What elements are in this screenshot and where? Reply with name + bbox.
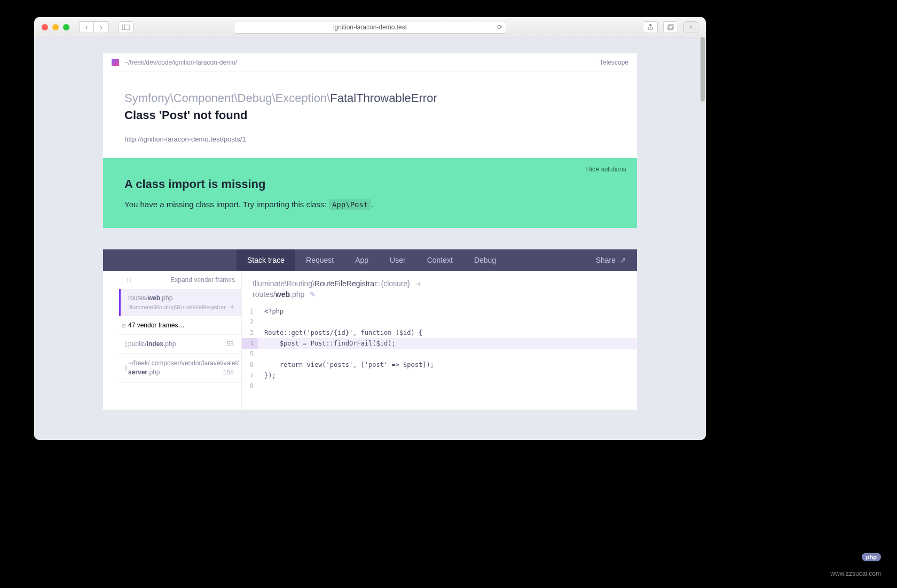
- maximize-icon[interactable]: [63, 24, 69, 30]
- frame-item[interactable]: ~/freek/.composer/vendor/laravel/valet/s…: [119, 354, 241, 383]
- edit-icon[interactable]: ✎: [310, 290, 316, 299]
- share-button[interactable]: [643, 21, 658, 33]
- code-file-path: routes/web.php ✎: [242, 288, 637, 306]
- tab-app[interactable]: App: [344, 249, 379, 271]
- line-text: return view('posts', ['post' => $post]);: [258, 359, 637, 370]
- line-number: 2: [242, 317, 258, 327]
- code-line: 3Route::get('posts/{id}', function ($id)…: [242, 327, 637, 338]
- share-icon: ↗: [620, 256, 626, 264]
- line-text: Route::get('posts/{id}', function ($id) …: [258, 327, 637, 338]
- share-button[interactable]: Share ↗: [585, 256, 637, 264]
- vendor-frames-collapsed[interactable]: 47 vendor frames…: [119, 316, 241, 335]
- line-number: 8: [242, 381, 258, 391]
- new-tab-button[interactable]: +: [683, 21, 698, 33]
- php-badge: php: [862, 553, 881, 561]
- telescope-link[interactable]: Telescope: [600, 59, 628, 66]
- browser-window: ‹ › ignition-laracon-demo.test ⟳ + ~/fre…: [34, 17, 706, 440]
- line-text: [258, 317, 637, 327]
- toolbar-right: +: [643, 21, 698, 33]
- line-text: $post = Post::findOrFail($id);: [258, 338, 637, 349]
- code-line: 4 $post = Post::findOrFail($id);: [242, 338, 637, 349]
- viewport: ~/freek/dev/code/ignition-laracon-demo/ …: [34, 37, 706, 440]
- sort-arrows-icon[interactable]: ↑↓: [125, 276, 132, 284]
- code-line: 7});: [242, 370, 637, 381]
- line-number: 7: [242, 370, 258, 381]
- solution-text: You have a missing class import. Try imp…: [124, 200, 616, 209]
- ignition-logo-icon: [112, 59, 119, 66]
- project-path: ~/freek/dev/code/ignition-laracon-demo/: [124, 59, 237, 66]
- expand-vendor-link[interactable]: Expand vendor frames: [170, 276, 235, 284]
- forward-button[interactable]: ›: [94, 21, 109, 33]
- code-line: 1<?php: [242, 306, 637, 317]
- line-text: [258, 349, 637, 359]
- line-number: 3: [242, 327, 258, 338]
- close-icon[interactable]: [42, 24, 48, 30]
- tab-bar: Stack traceRequestAppUserContextDebugSha…: [103, 249, 637, 271]
- exception-namespace: Symfony\Component\Debug\Exception\FatalT…: [124, 91, 616, 105]
- solution-panel: Hide solutions A class import is missing…: [103, 158, 637, 228]
- code-class-header: Illuminate\Routing\RouteFileRegistrar::{…: [242, 279, 637, 288]
- scrollbar-thumb[interactable]: [701, 37, 705, 101]
- scrollbar[interactable]: [699, 37, 705, 440]
- watermark: www.zzsucai.com: [830, 570, 881, 577]
- line-text: });: [258, 370, 637, 381]
- frame-item[interactable]: routes/web.phpIlluminate\Routing\RouteFi…: [119, 289, 241, 316]
- minimize-icon[interactable]: [52, 24, 59, 30]
- line-number: 6: [242, 359, 258, 370]
- error-message: Class 'Post' not found: [124, 108, 616, 122]
- tab-user[interactable]: User: [379, 249, 416, 271]
- tabs-button[interactable]: [663, 21, 678, 33]
- request-url: http://ignition-laracon-demo.test/posts/…: [124, 135, 616, 143]
- svg-rect-2: [668, 26, 672, 30]
- line-text: <?php: [258, 306, 637, 317]
- code-line: 6 return view('posts', ['post' => $post]…: [242, 359, 637, 370]
- address-bar[interactable]: ignition-laracon-demo.test ⟳: [234, 21, 506, 34]
- line-number: 4: [242, 338, 258, 349]
- tab-request[interactable]: Request: [295, 249, 344, 271]
- solution-title: A class import is missing: [124, 177, 616, 191]
- svg-rect-3: [669, 25, 673, 29]
- card-header: ~/freek/dev/code/ignition-laracon-demo/ …: [103, 53, 637, 72]
- window-controls: [42, 24, 69, 30]
- code-line: 5: [242, 349, 637, 359]
- titlebar: ‹ › ignition-laracon-demo.test ⟳ +: [34, 17, 706, 37]
- solution-code: App\Post: [329, 199, 371, 210]
- code-block: 1<?php23Route::get('posts/{id}', functio…: [242, 306, 637, 391]
- frames-header: ↑↓ Expand vendor frames: [119, 271, 241, 289]
- hide-solutions-link[interactable]: Hide solutions: [586, 166, 626, 173]
- frames-list: ↑↓ Expand vendor frames 50routes/web.php…: [103, 271, 242, 410]
- line-text: [258, 381, 637, 391]
- nav-buttons: ‹ ›: [79, 21, 109, 33]
- frame-item[interactable]: public/index.php:55: [119, 335, 241, 354]
- error-card: ~/freek/dev/code/ignition-laracon-demo/ …: [103, 53, 637, 158]
- code-line: 2: [242, 317, 637, 327]
- address-text: ignition-laracon-demo.test: [333, 23, 407, 31]
- back-button[interactable]: ‹: [79, 21, 94, 33]
- code-viewer: Illuminate\Routing\RouteFileRegistrar::{…: [242, 271, 637, 410]
- error-body: Symfony\Component\Debug\Exception\FatalT…: [103, 72, 637, 158]
- sidebar-toggle-icon[interactable]: [119, 21, 133, 33]
- code-line: 8: [242, 381, 637, 391]
- line-number: 5: [242, 349, 258, 359]
- reload-icon[interactable]: ⟳: [497, 23, 502, 31]
- tab-context[interactable]: Context: [416, 249, 463, 271]
- tab-stack-trace[interactable]: Stack trace: [237, 249, 295, 271]
- stack-trace-panel: ↑↓ Expand vendor frames 50routes/web.php…: [103, 271, 637, 410]
- line-number: 1: [242, 306, 258, 317]
- svg-rect-0: [122, 25, 130, 30]
- tab-debug[interactable]: Debug: [463, 249, 507, 271]
